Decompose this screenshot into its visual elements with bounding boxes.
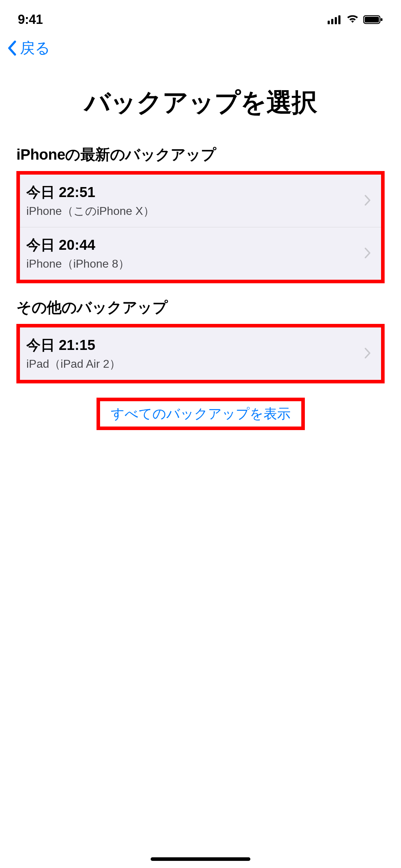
page-title: バックアップを選択 bbox=[14, 86, 387, 120]
backup-timestamp: 今日 21:15 bbox=[26, 335, 121, 355]
other-backup-section: その他のバックアップ 今日 21:15 iPad（iPad Air 2） すべて… bbox=[0, 298, 401, 430]
battery-icon bbox=[363, 15, 383, 24]
chevron-right-icon bbox=[364, 192, 371, 210]
chevron-right-icon bbox=[364, 245, 371, 263]
svg-rect-1 bbox=[331, 19, 333, 24]
status-bar: 9:41 bbox=[0, 0, 401, 32]
chevron-right-icon bbox=[364, 345, 371, 363]
backup-timestamp: 今日 22:51 bbox=[26, 182, 155, 202]
backup-device: iPad（iPad Air 2） bbox=[26, 356, 121, 372]
backup-row[interactable]: 今日 22:51 iPhone（このiPhone X） bbox=[20, 175, 381, 227]
latest-backup-list: 今日 22:51 iPhone（このiPhone X） 今日 20:44 iPh… bbox=[16, 171, 385, 283]
nav-bar: 戻る bbox=[0, 32, 401, 64]
svg-rect-6 bbox=[381, 18, 382, 21]
status-time: 9:41 bbox=[18, 12, 43, 27]
svg-rect-0 bbox=[328, 21, 330, 24]
latest-backup-header: iPhoneの最新のバックアップ bbox=[16, 145, 385, 165]
backup-device: iPhone（このiPhone X） bbox=[26, 203, 155, 219]
wifi-icon bbox=[346, 15, 359, 24]
backup-device: iPhone（iPhone 8） bbox=[26, 256, 130, 272]
backup-row[interactable]: 今日 21:15 iPad（iPad Air 2） bbox=[20, 327, 381, 380]
svg-rect-5 bbox=[365, 17, 379, 22]
other-backup-list: 今日 21:15 iPad（iPad Air 2） bbox=[16, 324, 385, 383]
backup-row[interactable]: 今日 20:44 iPhone（iPhone 8） bbox=[20, 227, 381, 280]
svg-rect-2 bbox=[335, 17, 337, 24]
chevron-left-icon bbox=[7, 40, 17, 56]
show-all-wrapper: すべてのバックアップを表示 bbox=[16, 398, 385, 430]
latest-backup-section: iPhoneの最新のバックアップ 今日 22:51 iPhone（このiPhon… bbox=[0, 145, 401, 283]
home-indicator[interactable] bbox=[151, 857, 250, 861]
backup-info: 今日 20:44 iPhone（iPhone 8） bbox=[26, 235, 130, 272]
backup-timestamp: 今日 20:44 bbox=[26, 235, 130, 255]
back-button[interactable]: 戻る bbox=[7, 38, 50, 58]
backup-info: 今日 21:15 iPad（iPad Air 2） bbox=[26, 335, 121, 372]
other-backup-header: その他のバックアップ bbox=[16, 298, 385, 317]
svg-rect-3 bbox=[338, 15, 340, 24]
status-icons bbox=[328, 15, 383, 24]
backup-info: 今日 22:51 iPhone（このiPhone X） bbox=[26, 182, 155, 219]
back-label: 戻る bbox=[20, 38, 50, 58]
cellular-icon bbox=[328, 15, 342, 24]
show-all-backups-button[interactable]: すべてのバックアップを表示 bbox=[97, 398, 305, 430]
